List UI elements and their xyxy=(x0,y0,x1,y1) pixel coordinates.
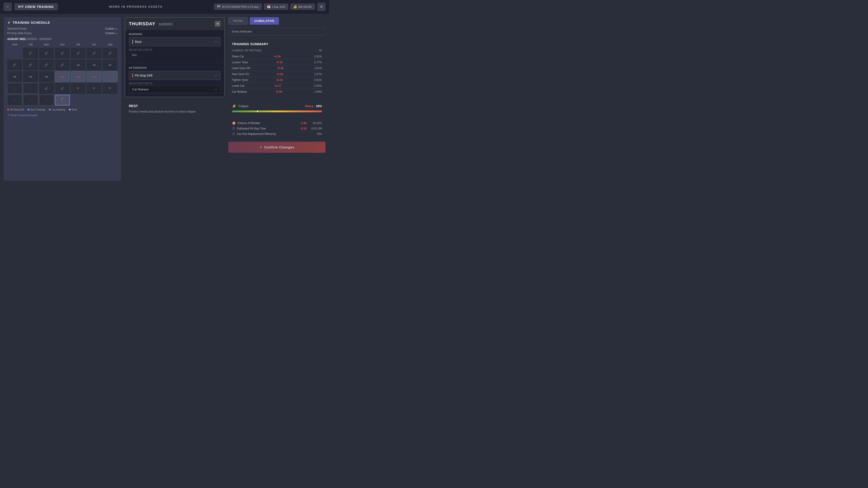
work-in-progress-label: WORK IN PROGRESS ASSETS xyxy=(60,5,211,8)
back-button[interactable]: ← xyxy=(4,3,12,11)
cal-cell-sat-1[interactable]: zz xyxy=(87,48,101,59)
cal-cell-tue-3[interactable]: ⇔ xyxy=(23,71,38,82)
preset-value-1[interactable]: Custom ▶ xyxy=(105,27,118,30)
cal-cell-thu-4[interactable]: zz xyxy=(55,83,70,94)
cal-cell-sun-1[interactable]: zz xyxy=(103,48,118,59)
topbar-chips: 🏁 DUTCH GRAND PRIX in 24 days 📅 1 Aug, 2… xyxy=(214,3,326,11)
calendar-icon: 📅 xyxy=(267,5,271,8)
main-content: ⚡ TRAINING SCHEDULE Selected Preset Cust… xyxy=(0,13,329,184)
morning-focus-row: SELECTED FOCUS N/A xyxy=(129,48,221,58)
calendar-header: AUGUST 2023 1/8/2023 - 31/8/2023 xyxy=(7,37,118,41)
cal-empty-1 xyxy=(7,48,22,59)
cal-cell-sun-3[interactable]: ↓ xyxy=(103,71,118,82)
morning-session-selector[interactable]: Rest ‹ › xyxy=(129,37,221,46)
afternoon-bar xyxy=(132,73,133,77)
afternoon-section: AFTERNOON Pit Stop Drill ‹ › SELECTED FO… xyxy=(125,64,224,97)
afternoon-session-selector[interactable]: Pit Stop Drill ‹ › xyxy=(129,71,221,80)
metric-chance-of-mistake: 🎯 Chance of Mistake -1.06 19.25% xyxy=(232,121,322,125)
day-header-wed: WED xyxy=(39,42,54,47)
confirm-changes-button[interactable]: ✓ Confirm Changes xyxy=(228,142,326,153)
efficiency-icon: ⏱ xyxy=(232,132,235,136)
reset-schedule-button[interactable]: ↺ Reset Training Schedule xyxy=(7,113,118,117)
close-popup-button[interactable]: ✕ xyxy=(215,21,221,27)
preset-row-1: Selected Preset Custom ▶ xyxy=(7,27,118,30)
fatigue-row: ⚡ Fatigue Weary 28% xyxy=(232,104,322,108)
afternoon-focus-row: SELECTED FOCUS Car Release ‹ › xyxy=(129,82,221,93)
money-chip[interactable]: 💰 $85,436,807 xyxy=(290,4,315,10)
tab-total[interactable]: TOTAL xyxy=(228,17,248,25)
schedule-panel-title: ⚡ TRAINING SCHEDULE xyxy=(7,21,118,24)
preset-arrow-1: ▶ xyxy=(116,28,118,30)
cal-cell-fri-4[interactable]: 🏳 xyxy=(71,83,86,94)
afternoon-session-name: Pit Stop Drill xyxy=(132,73,152,77)
cal-cell-sat-4[interactable]: 🏳 xyxy=(87,83,101,94)
cal-cell-thu-2[interactable]: zz xyxy=(55,59,70,70)
cal-cell-tue-2[interactable]: zz xyxy=(23,59,38,70)
fatigue-icon: ⚡ xyxy=(232,104,237,108)
metric-pit-stop-time: ⏱ Estimated Pit Stop Time -0.18 0:02.339 xyxy=(232,127,322,130)
cal-empty-3 xyxy=(87,95,101,105)
fatigue-bar-background xyxy=(232,110,322,112)
rest-description-box: REST Practice mental and physical recove… xyxy=(125,100,225,118)
preset-arrow-2: ▶ xyxy=(116,32,118,35)
tab-cumulative[interactable]: CUMULATIVE xyxy=(250,17,279,25)
morning-arrows: ‹ › xyxy=(215,40,217,43)
time-icon: ⏱ xyxy=(232,127,235,130)
cal-cell-sun-4[interactable]: 🏳 xyxy=(103,83,118,94)
summary-row-used-tyres-off: Used Tyres Off -0.16 2.81% xyxy=(232,65,322,71)
cal-cell-thu-5-today[interactable]: zz ↓ xyxy=(55,95,70,105)
fatigue-bar-fill xyxy=(232,110,322,112)
reset-icon: ↺ xyxy=(7,113,9,117)
race-chip[interactable]: 🏁 DUTCH GRAND PRIX in 24 days xyxy=(214,4,262,10)
cal-cell-wed-5[interactable]: ↓ xyxy=(39,95,54,105)
cal-cell-fri-1[interactable]: zz xyxy=(71,48,86,59)
legend-dot-gym xyxy=(28,109,29,110)
date-chip[interactable]: 📅 1 Aug, 2023 xyxy=(264,4,288,10)
day-header-thu: THU xyxy=(55,42,70,47)
flag-icon: 🏁 xyxy=(217,5,221,8)
preset-value-2[interactable]: Custom ▶ xyxy=(105,32,118,35)
cal-cell-sat-2[interactable]: ⇔ xyxy=(87,59,101,70)
summary-row-car-release: Car Release -0.39 1.09% xyxy=(232,89,322,94)
fatigue-box: ⚡ Fatigue Weary 28% xyxy=(228,101,326,116)
afternoon-focus-selector[interactable]: Car Release ‹ › xyxy=(129,86,221,93)
cal-cell-tue-5[interactable]: ↓ xyxy=(23,95,38,105)
cal-cell-thu-3[interactable]: ⇔ xyxy=(55,71,70,82)
tab-row: TOTAL CUMULATIVE xyxy=(228,17,326,25)
summary-row-lower-car: Lower Car -0.17 2.04% xyxy=(232,83,322,89)
day-popup-title-row: THURSDAY 31/8/2023 xyxy=(129,21,173,26)
chance-icon: 🎯 xyxy=(232,121,236,125)
cal-cell-wed-1[interactable]: zz xyxy=(39,48,54,59)
day-header-sun: SUN xyxy=(103,42,118,47)
cal-cell-fri-2[interactable]: ⇔ xyxy=(71,59,86,70)
training-summary-box: TRAINING SUMMARY CHANCE OF MISTAKE % Rai… xyxy=(228,38,326,98)
cal-cell-tue-4[interactable]: ↓ xyxy=(23,83,38,94)
focus-arrows: ‹ › xyxy=(215,88,217,91)
cal-cell-mon-2[interactable]: zz xyxy=(7,59,22,70)
calendar-grid: MON TUE WED THU FRI SAT SUN zz zz zz zz … xyxy=(7,42,118,105)
cal-cell-wed-2[interactable]: zz xyxy=(39,59,54,70)
cal-empty-4 xyxy=(103,95,118,105)
training-schedule-panel: ⚡ TRAINING SCHEDULE Selected Preset Cust… xyxy=(4,17,121,181)
cal-cell-thu-1[interactable]: zz xyxy=(55,48,70,59)
cal-cell-mon-4[interactable]: ↓ xyxy=(7,83,22,94)
cal-cell-wed-4[interactable]: zz xyxy=(39,83,54,94)
cal-cell-fri-3[interactable]: ↤ xyxy=(71,71,86,82)
cal-cell-mon-3[interactable]: ⇔ xyxy=(7,71,22,82)
summary-col-header: CHANCE OF MISTAKE % xyxy=(232,48,322,52)
cal-cell-sun-2[interactable]: ⇔ xyxy=(103,59,118,70)
legend-gym: Gym Training xyxy=(28,108,45,111)
legend-pit: Pit Stop Drill xyxy=(7,108,24,111)
cal-cell-tue-1[interactable]: zz xyxy=(23,48,38,59)
summary-row-loosen-tyres: Loosen Tyres -0.12 5.77% xyxy=(232,59,322,65)
day-header-tue: TUE xyxy=(23,42,38,47)
cal-cell-mon-5[interactable]: ↓ xyxy=(7,95,22,105)
cal-cell-wed-3[interactable]: ⇔ xyxy=(39,71,54,82)
legend-dot-rest xyxy=(69,109,71,110)
show-attributes-button[interactable]: Show Attributes xyxy=(228,27,326,36)
cal-cell-sat-3[interactable]: ↤ xyxy=(87,71,101,82)
summary-row-new-tyres-on: New Tyres On -0.16 2.57% xyxy=(232,71,322,77)
day-popup: THURSDAY 31/8/2023 ✕ MORNING Rest ‹ › SE… xyxy=(125,17,225,97)
settings-button[interactable]: ⚙ xyxy=(317,3,326,11)
cal-empty-2 xyxy=(71,95,86,105)
